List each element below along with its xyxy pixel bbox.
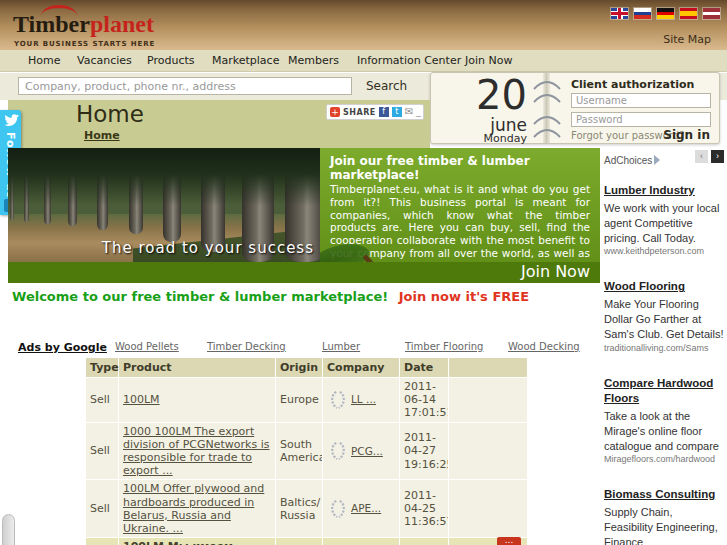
- type-cell: Sell: [86, 378, 118, 422]
- twitter-bird-icon: [2, 113, 19, 127]
- origin-cell: Baltics/ Russia: [276, 480, 322, 537]
- nav-item-join-now[interactable]: Join Now: [465, 54, 512, 67]
- ad-title-link[interactable]: Compare Hardwood Floors: [604, 376, 724, 406]
- nav-item-home[interactable]: Home: [28, 54, 60, 67]
- ad-link-timber-flooring[interactable]: Timber Flooring: [405, 341, 483, 352]
- breadcrumb[interactable]: Home: [84, 129, 120, 142]
- table-row: Sell 100LM Europe LL ... 2011-06-14 17:0…: [86, 378, 527, 422]
- date-cell: 2011-04-25 11:36:57: [400, 480, 448, 537]
- header-empty: [449, 358, 527, 377]
- product-link[interactable]: 100LM Мы имеем собственный лесопильный ц…: [123, 540, 256, 545]
- join-free-text: Join now it's FREE: [399, 289, 529, 304]
- flag-germany-icon[interactable]: [657, 8, 674, 19]
- search-button[interactable]: Search: [366, 79, 407, 93]
- empty-cell: [449, 480, 527, 537]
- share-more-icon[interactable]: _: [416, 107, 421, 117]
- company-link[interactable]: APE...: [351, 502, 381, 515]
- flag-spain-icon[interactable]: [680, 8, 697, 19]
- ad-link-wood-pellets[interactable]: Wood Pellets: [115, 341, 179, 352]
- ads-next-button[interactable]: ›: [711, 150, 724, 163]
- page-header-panel: Home Home + SHARE f t ✉ _: [8, 100, 430, 148]
- product-cell: 100LM Offer plywood and hardboards produ…: [119, 480, 275, 537]
- ads-sidebar: AdChoices ‹ › Lumber Industry We work wi…: [604, 150, 724, 545]
- main-nav: Home Vacancies Products Marketplace Memb…: [0, 50, 727, 72]
- ad-body: We work with your local agent Competitiv…: [604, 201, 724, 246]
- table-row: Sell 1000 100LM The export division of P…: [86, 423, 527, 480]
- header-date: Date: [400, 358, 448, 377]
- photo-caption: The road to your success: [102, 239, 314, 257]
- nav-item-information-center[interactable]: Information Center: [357, 54, 461, 67]
- welcome-text: Welcome to our free timber & lumber mark…: [12, 289, 388, 304]
- table-header-row: Type Product Origin Company Date: [86, 358, 527, 377]
- company-cell: APE...: [323, 480, 399, 537]
- logo-part1: Timber: [13, 11, 90, 37]
- share-widget[interactable]: + SHARE f t ✉ _: [326, 104, 424, 120]
- company-cell: [323, 538, 399, 545]
- ad-title-link[interactable]: Wood Flooring: [604, 279, 724, 294]
- flag-latvia-icon[interactable]: [703, 8, 720, 19]
- product-link[interactable]: 100LM Offer plywood and hardboards produ…: [123, 482, 264, 535]
- product-cell: 100LM: [119, 378, 275, 422]
- timberplanet-page: Timberplanet YOUR BUSINESS STARTS HERE S…: [0, 0, 727, 545]
- ad-block: Lumber Industry We work with your local …: [604, 183, 724, 256]
- date-cell: 2011-04-24 20:19:20: [400, 538, 448, 545]
- adchoices-row: AdChoices ‹ ›: [604, 150, 724, 165]
- share-label: SHARE: [343, 108, 376, 117]
- company-link[interactable]: LL ...: [351, 393, 376, 406]
- company-link[interactable]: PCG...: [351, 445, 383, 458]
- ad-title-link[interactable]: Lumber Industry: [604, 183, 724, 198]
- nav-item-products[interactable]: Products: [147, 54, 195, 67]
- flag-uk-icon[interactable]: [611, 8, 628, 19]
- empty-cell: [449, 378, 527, 422]
- username-field[interactable]: [571, 93, 711, 108]
- search-input[interactable]: [18, 77, 352, 95]
- product-link[interactable]: 1000 100LM The export division of PCGNet…: [123, 425, 269, 478]
- share-bar-more-button[interactable]: ...: [497, 537, 521, 545]
- ad-link-timber-decking[interactable]: Timber Decking: [207, 341, 286, 352]
- nav-item-marketplace[interactable]: Marketplace: [212, 54, 279, 67]
- nav-item-vacancies[interactable]: Vacancies: [77, 54, 132, 67]
- ad-link-lumber[interactable]: Lumber: [322, 341, 360, 352]
- join-now-button[interactable]: Join Now: [521, 262, 590, 281]
- share-plus-icon[interactable]: +: [330, 107, 340, 117]
- laurel-wreath-icon: [327, 499, 349, 519]
- listings-table: Type Product Origin Company Date Sell 10…: [85, 357, 528, 545]
- product-link[interactable]: 100LM: [123, 393, 160, 406]
- origin-cell: Baltics/ Russia: [276, 538, 322, 545]
- ad-body: Take a look at the Mirage's online floor…: [604, 409, 724, 454]
- date-cell: 2011-06-14 17:01:51: [400, 378, 448, 422]
- site-tagline: YOUR BUSINESS STARTS HERE: [14, 40, 155, 48]
- email-icon[interactable]: ✉: [405, 107, 413, 117]
- header-product: Product: [119, 358, 275, 377]
- twitter-icon[interactable]: t: [392, 107, 402, 117]
- ad-link-wood-decking[interactable]: Wood Decking: [508, 341, 580, 352]
- banner: The road to your success Join our free t…: [8, 148, 600, 283]
- origin-cell: South America: [276, 423, 322, 480]
- ad-block: Biomass Consulting Supply Chain, Feasibi…: [604, 487, 724, 545]
- ads-prev-button[interactable]: ‹: [695, 150, 708, 163]
- ad-url-link[interactable]: www.keithdpeterson.com: [604, 246, 724, 256]
- header-company: Company: [323, 358, 399, 377]
- flag-russia-icon[interactable]: [634, 8, 651, 19]
- ad-block: Compare Hardwood Floors Take a look at t…: [604, 376, 724, 464]
- type-cell: Sell: [86, 423, 118, 480]
- calendar-day: 20: [431, 75, 527, 115]
- password-field[interactable]: [571, 112, 711, 127]
- ad-url-link[interactable]: Miragefloors.com/hardwood: [604, 454, 724, 464]
- adchoices-link[interactable]: AdChoices: [604, 155, 652, 166]
- language-switcher: [611, 8, 720, 19]
- logo-part2: planet: [90, 11, 154, 37]
- ad-title-link[interactable]: Biomass Consulting: [604, 487, 724, 502]
- scroll-widget[interactable]: [2, 514, 15, 545]
- facebook-icon[interactable]: f: [379, 107, 389, 117]
- sign-in-button[interactable]: Sign in: [663, 128, 710, 142]
- site-map-link[interactable]: Site Map: [663, 33, 711, 46]
- product-cell: 1000 100LM The export division of PCGNet…: [119, 423, 275, 480]
- nav-item-members[interactable]: Members: [288, 54, 339, 67]
- ad-block: Wood Flooring Make Your Flooring Dollar …: [604, 279, 724, 352]
- top-header: Timberplanet YOUR BUSINESS STARTS HERE S…: [0, 0, 727, 50]
- ad-url-link[interactable]: traditionalliving.com/Sams: [604, 343, 724, 353]
- ads-by-google-label[interactable]: Ads by Google: [18, 341, 107, 354]
- type-cell: Sell: [86, 480, 118, 537]
- site-logo[interactable]: Timberplanet: [13, 11, 154, 38]
